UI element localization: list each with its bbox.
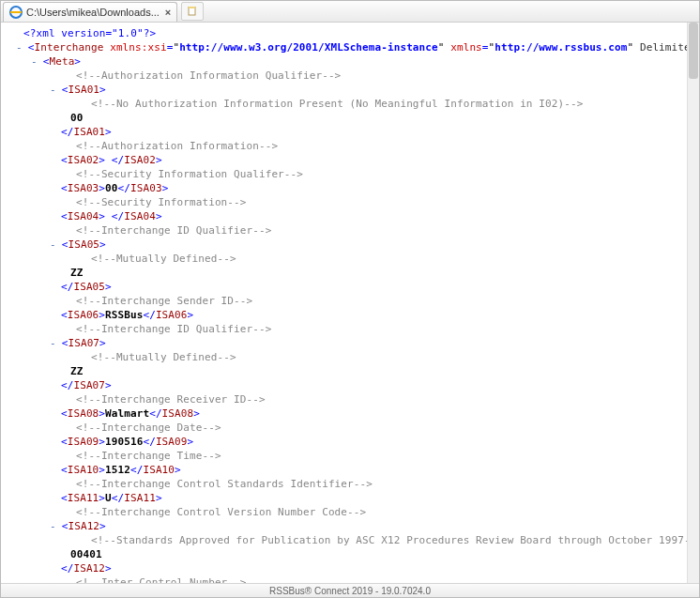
collapse-toggle[interactable]: - (31, 55, 38, 68)
svg-rect-2 (189, 7, 195, 8)
xml-comment: <!--Security Information Qualifer--> (10, 167, 688, 181)
scroll-thumb[interactable] (689, 23, 698, 79)
xml-open-ISA05[interactable]: -<ISA05> (10, 238, 688, 252)
tab-close-button[interactable]: × (165, 7, 171, 18)
xml-viewer[interactable]: <?xml version="1.0"?>-<Interchange xmlns… (1, 23, 688, 584)
xml-element-ISA11: <ISA11>U</ISA11> (10, 491, 688, 505)
xml-element-ISA08: <ISA08>Walmart</ISA08> (10, 406, 688, 421)
collapse-toggle[interactable]: - (16, 41, 23, 54)
xml-close-ISA01: </ISA01> (10, 125, 688, 139)
meta-open[interactable]: -<Meta> (10, 54, 688, 69)
xml-open-ISA07[interactable]: -<ISA07> (10, 336, 688, 350)
collapse-toggle[interactable]: - (50, 238, 56, 251)
xml-text: 00 (10, 111, 688, 125)
xml-element-ISA06: <ISA06>RSSBus</ISA06> (10, 308, 688, 322)
xml-comment: <!--Interchange Receiver ID--> (10, 392, 688, 406)
xml-element-ISA09: <ISA09>190516</ISA09> (10, 435, 688, 449)
collapse-toggle[interactable]: - (50, 520, 56, 532)
interchange-open[interactable]: -<Interchange xmlns:xsi="http://www.w3.o… (10, 40, 688, 54)
xml-comment: <!--No Authorization Information Present… (10, 97, 688, 111)
xml-comment: <!--Security Information--> (10, 195, 688, 209)
xml-open-ISA01[interactable]: -<ISA01> (10, 83, 688, 97)
status-text: RSSBus® Connect 2019 - 19.0.7024.0 (269, 586, 431, 596)
xml-element-ISA03: <ISA03>00</ISA03> (10, 181, 688, 195)
xml-element-ISA10: <ISA10>1512</ISA10> (10, 463, 688, 477)
xml-comment: <!--Interchange Sender ID--> (10, 294, 688, 308)
xml-comment: <!--Interchange Date--> (10, 421, 688, 435)
xml-element-ISA02: <ISA02> </ISA02> (10, 153, 688, 167)
xml-element-ISA04: <ISA04> </ISA04> (10, 209, 688, 223)
tab-title: C:\Users\mikea\Downloads... (26, 7, 160, 18)
xml-close-ISA07: </ISA07> (10, 378, 688, 392)
status-bar: RSSBus® Connect 2019 - 19.0.7024.0 (1, 583, 699, 597)
xml-declaration: <?xml version="1.0"?> (10, 26, 688, 40)
xml-open-ISA12[interactable]: -<ISA12> (10, 519, 688, 533)
ie-icon (9, 6, 23, 19)
xml-comment: <!--Authorization Information--> (10, 139, 688, 153)
xml-close-ISA12: </ISA12> (10, 561, 688, 575)
xml-close-ISA05: </ISA05> (10, 280, 688, 294)
xml-comment: <!--Authorization Information Qualifier-… (10, 69, 688, 83)
collapse-toggle[interactable]: - (50, 84, 56, 96)
xml-comment: <!--Interchange ID Qualifier--> (10, 322, 688, 336)
xml-comment: <!--Interchange Control Standards Identi… (10, 477, 688, 491)
xml-comment: <!--Standards Approved for Publication b… (10, 533, 688, 547)
xml-comment: <!--Interchange Control Version Number C… (10, 505, 688, 519)
collapse-toggle[interactable]: - (50, 337, 56, 349)
xml-text: ZZ (10, 266, 688, 280)
vertical-scrollbar[interactable] (687, 23, 699, 584)
xml-comment: <!--Mutually Defined--> (10, 252, 688, 266)
tab-bar: C:\Users\mikea\Downloads... × (1, 1, 699, 23)
xml-comment: <!--Mutually Defined--> (10, 350, 688, 364)
xml-comment: <!--Interchange Time--> (10, 449, 688, 463)
xml-comment: <!--Interchange ID Qualifier--> (10, 223, 688, 238)
xml-text: ZZ (10, 364, 688, 378)
xml-text: 00401 (10, 547, 688, 561)
app-window: C:\Users\mikea\Downloads... × <?xml vers… (0, 0, 700, 598)
browser-tab[interactable]: C:\Users\mikea\Downloads... × (3, 2, 177, 22)
new-tab-button[interactable] (181, 2, 204, 21)
document-icon (188, 7, 197, 16)
